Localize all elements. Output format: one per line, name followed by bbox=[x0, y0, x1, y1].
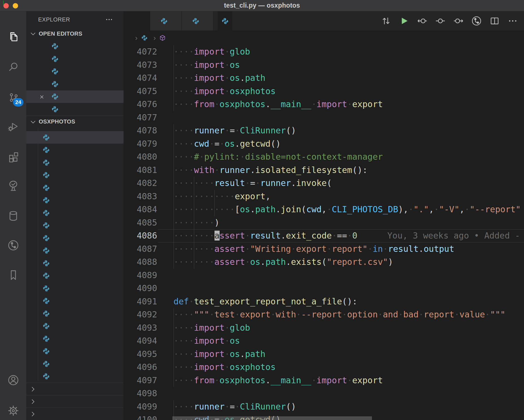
code-line: 4098 bbox=[124, 387, 524, 400]
line-number: 4079 bbox=[124, 137, 157, 151]
line-number: 4080 bbox=[124, 150, 157, 164]
activity-extensions-button[interactable] bbox=[0, 144, 26, 169]
open-editor-item[interactable] bbox=[26, 78, 124, 90]
tree-item[interactable] bbox=[26, 232, 124, 244]
open-editor-item[interactable] bbox=[26, 53, 124, 65]
zoom-window-button[interactable] bbox=[3, 0, 4, 5]
code-line: 4081····with·runner.isolated_filesystem(… bbox=[124, 164, 524, 177]
run-python-file-button[interactable] bbox=[395, 11, 413, 31]
activity-bookmarks-button[interactable] bbox=[0, 263, 26, 287]
line-number: 4093 bbox=[124, 321, 157, 335]
chevron-right-icon bbox=[29, 410, 37, 418]
open-changes-with-button[interactable] bbox=[431, 11, 449, 31]
tree-item[interactable] bbox=[26, 244, 124, 257]
line-number: 4075 bbox=[124, 85, 157, 98]
line-number: 4081 bbox=[124, 164, 157, 177]
explorer-more-actions-button[interactable] bbox=[105, 15, 113, 25]
activity-explorer-button[interactable] bbox=[0, 24, 26, 49]
vscode-window: test_cli.py — osxphotos 24 EXPLORER OPEN… bbox=[0, 0, 524, 420]
tree-item[interactable] bbox=[26, 282, 124, 295]
code-line: 4080····#·pylint:·disable=not-context-ma… bbox=[124, 150, 524, 164]
tree-item[interactable] bbox=[26, 131, 124, 144]
gitlens-file-annotations-button[interactable] bbox=[467, 11, 486, 31]
chevron-down-icon bbox=[29, 118, 37, 126]
close-window-button[interactable] bbox=[3, 3, 9, 8]
python-icon bbox=[42, 360, 50, 368]
python-icon bbox=[141, 34, 148, 41]
line-number: 4095 bbox=[124, 348, 157, 361]
minimize-window-button[interactable] bbox=[13, 3, 18, 8]
sidebar-bottom-sections bbox=[26, 383, 124, 420]
activity-run-debug-button[interactable] bbox=[0, 114, 26, 139]
code-line: 4090 bbox=[124, 282, 524, 295]
activity-gitlens-button[interactable] bbox=[0, 233, 26, 258]
code-line: 4079····cwd·=·os.getcwd() bbox=[124, 137, 524, 151]
open-editors-section-header[interactable]: OPEN EDITORS bbox=[26, 28, 124, 40]
activity-search-button[interactable] bbox=[0, 55, 26, 79]
symbol-namespace-icon bbox=[159, 34, 166, 41]
next-change-button[interactable] bbox=[449, 11, 467, 31]
tree-item[interactable] bbox=[26, 144, 124, 156]
tree-item[interactable] bbox=[26, 345, 124, 358]
editor-area: ›› 4072····import·glob4073····import·os4… bbox=[124, 11, 524, 420]
breadcrumb-item[interactable] bbox=[159, 34, 168, 41]
sidebar-section-outline[interactable] bbox=[26, 383, 124, 395]
horizontal-scrollbar[interactable] bbox=[172, 416, 372, 420]
python-icon bbox=[42, 222, 50, 229]
activity-database-button[interactable] bbox=[0, 203, 26, 228]
python-icon bbox=[51, 93, 59, 100]
more-actions-button[interactable] bbox=[504, 11, 522, 31]
line-number: 4098 bbox=[124, 387, 157, 400]
editor-actions bbox=[377, 11, 524, 31]
activity-source-control-button[interactable]: 24 bbox=[0, 85, 26, 110]
open-editor-item[interactable] bbox=[26, 65, 124, 78]
editor-tab[interactable] bbox=[150, 11, 182, 31]
code-line: 4076····from·osxphotos.__main__·import·e… bbox=[124, 98, 524, 111]
activity-settings-button[interactable] bbox=[0, 398, 26, 420]
sidebar-section-timeline[interactable] bbox=[26, 395, 124, 408]
tree-item[interactable] bbox=[26, 307, 124, 320]
editor-tab[interactable] bbox=[124, 11, 150, 31]
code-line: 4087········assert·"Writing·export·repor… bbox=[124, 243, 524, 256]
editor-tab[interactable] bbox=[218, 11, 232, 31]
previous-change-button[interactable] bbox=[413, 11, 431, 31]
line-number: 4087 bbox=[124, 243, 157, 256]
activity-todo-tree-button[interactable] bbox=[0, 173, 26, 198]
open-editor-item[interactable] bbox=[26, 103, 124, 116]
breadcrumb-item[interactable] bbox=[141, 34, 150, 41]
project-section-header[interactable]: OSXPHOTOS bbox=[26, 116, 124, 128]
python-icon bbox=[42, 285, 50, 292]
tree-item[interactable] bbox=[26, 181, 124, 194]
code-editor[interactable]: 4072····import·glob4073····import·os4074… bbox=[124, 45, 524, 420]
tree-item[interactable] bbox=[26, 269, 124, 282]
tree-item[interactable] bbox=[26, 358, 124, 370]
open-editor-item[interactable] bbox=[26, 90, 124, 103]
tab-bar bbox=[124, 11, 524, 31]
tree-item[interactable] bbox=[26, 156, 124, 169]
code-line: 4072····import·glob bbox=[124, 45, 524, 59]
tree-item[interactable] bbox=[26, 295, 124, 307]
line-number: 4078 bbox=[124, 124, 157, 137]
tree-item[interactable] bbox=[26, 332, 124, 345]
tree-item[interactable] bbox=[26, 194, 124, 207]
python-icon bbox=[51, 68, 59, 75]
tree-item[interactable] bbox=[26, 169, 124, 181]
line-number: 4084 bbox=[124, 203, 157, 216]
close-icon[interactable] bbox=[39, 93, 47, 101]
tree-item[interactable] bbox=[26, 219, 124, 232]
tree-item[interactable] bbox=[26, 370, 124, 383]
open-changes-button[interactable] bbox=[377, 11, 395, 31]
split-editor-button[interactable] bbox=[486, 11, 504, 31]
python-icon bbox=[51, 42, 59, 50]
tree-item[interactable] bbox=[26, 257, 124, 270]
open-editor-item[interactable] bbox=[26, 40, 124, 53]
breadcrumb-separator: › bbox=[153, 34, 157, 42]
tree-item[interactable] bbox=[26, 207, 124, 219]
code-line: 4092····"""·test·export·with·--report·op… bbox=[124, 308, 524, 321]
activity-account-button[interactable] bbox=[0, 368, 26, 393]
tree-item[interactable] bbox=[26, 320, 124, 332]
chevron-right-icon bbox=[29, 398, 37, 406]
sidebar-section-npm-scripts[interactable] bbox=[26, 408, 124, 420]
python-icon bbox=[42, 322, 50, 330]
editor-tab[interactable] bbox=[182, 11, 213, 31]
